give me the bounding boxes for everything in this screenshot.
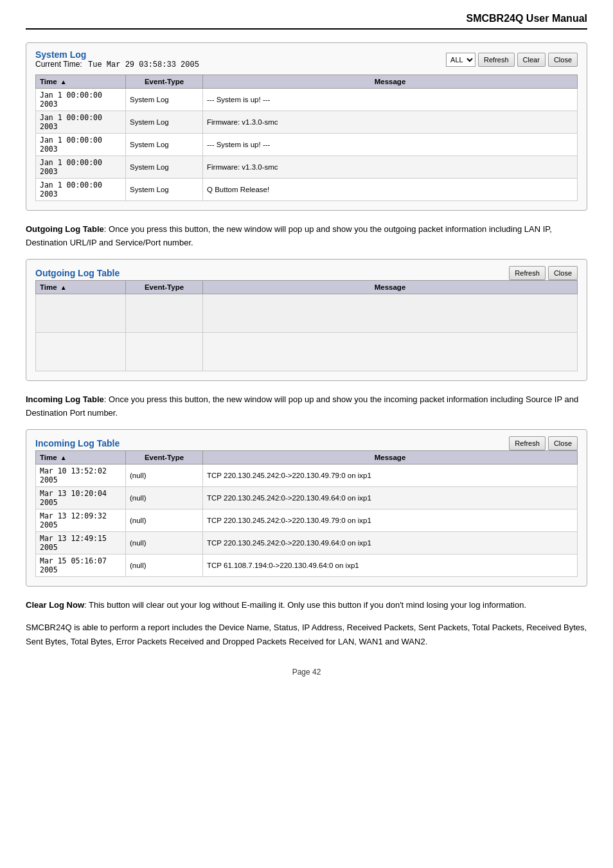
clear-log-bold: Clear Log Now	[26, 600, 84, 610]
outgoing-log-box: Outgoing Log Table Refresh Close Time ▲ …	[26, 259, 587, 381]
outgoing-col-time: Time ▲	[36, 280, 126, 294]
system-log-title: System Log	[35, 49, 86, 60]
outgoing-col-event: Event-Type	[126, 280, 203, 294]
table-row: Jan 1 00:00:00 2003System Log--- System …	[36, 134, 578, 156]
incoming-log-box: Incoming Log Table Refresh Close Time ▲ …	[26, 429, 587, 587]
system-log-table: Time ▲ Event-Type Message Jan 1 00:00:00…	[35, 75, 578, 201]
page-footer: Page 42	[26, 668, 587, 677]
system-log-clear-button[interactable]: Clear	[517, 53, 546, 67]
incoming-col-event: Event-Type	[126, 450, 203, 464]
outgoing-text: : Once you press this button, the new wi…	[26, 224, 552, 247]
current-time-label: Current Time:	[35, 60, 82, 69]
outgoing-log-controls: Refresh Close	[509, 266, 578, 280]
outgoing-empty-row	[36, 294, 578, 332]
table-row: Jan 1 00:00:00 2003System LogQ Buttom Re…	[36, 179, 578, 201]
outgoing-log-title: Outgoing Log Table	[35, 268, 120, 278]
system-log-title-area: System Log Current Time: Tue Mar 29 03:5…	[35, 49, 199, 69]
outgoing-log-refresh-button[interactable]: Refresh	[509, 266, 546, 280]
table-row: Mar 15 05:16:07 2005(null)TCP 61.108.7.1…	[36, 554, 578, 576]
clear-log-text: : This button will clear out your log wi…	[84, 600, 526, 610]
system-log-col-message: Message	[203, 75, 578, 89]
page-title: SMCBR24Q User Manual	[26, 13, 587, 30]
system-log-controls: ALL Refresh Clear Close	[446, 53, 578, 67]
table-row: Mar 10 13:52:02 2005(null)TCP 220.130.24…	[36, 464, 578, 486]
system-log-box: System Log Current Time: Tue Mar 29 03:5…	[26, 42, 587, 211]
table-row: Mar 13 10:20:04 2005(null)TCP 220.130.24…	[36, 486, 578, 509]
incoming-col-time: Time ▲	[36, 450, 126, 464]
incoming-bold: Incoming Log Table	[26, 394, 104, 404]
outgoing-log-close-button[interactable]: Close	[548, 266, 578, 280]
table-row: Jan 1 00:00:00 2003System Log--- System …	[36, 89, 578, 111]
incoming-text: : Once you press this button, the new wi…	[26, 394, 578, 418]
outgoing-log-table: Time ▲ Event-Type Message	[35, 280, 578, 371]
outgoing-col-message: Message	[203, 280, 578, 294]
current-time-value: Tue Mar 29 03:58:33 2005	[88, 60, 199, 69]
incoming-log-close-button[interactable]: Close	[548, 436, 578, 450]
system-log-header-row: System Log Current Time: Tue Mar 29 03:5…	[35, 49, 578, 69]
system-log-col-time: Time ▲	[36, 75, 126, 89]
incoming-col-message: Message	[203, 450, 578, 464]
system-log-refresh-button[interactable]: Refresh	[478, 53, 515, 67]
outgoing-paragraph: Outgoing Log Table: Once you press this …	[26, 222, 587, 250]
outgoing-log-header-row: Outgoing Log Table Refresh Close	[35, 266, 578, 280]
clear-log-paragraph: Clear Log Now: This button will clear ou…	[26, 598, 587, 612]
table-row: Jan 1 00:00:00 2003System LogFirmware: v…	[36, 111, 578, 134]
incoming-log-title: Incoming Log Table	[35, 438, 120, 448]
outgoing-bold: Outgoing Log Table	[26, 224, 104, 234]
system-log-close-button[interactable]: Close	[548, 53, 578, 67]
table-row: Mar 13 12:49:15 2005(null)TCP 220.130.24…	[36, 531, 578, 554]
table-row: Mar 13 12:09:32 2005(null)TCP 220.130.24…	[36, 509, 578, 531]
smcbr-paragraph: SMCBR24Q is able to perform a report inc…	[26, 621, 587, 648]
incoming-log-header-row: Incoming Log Table Refresh Close	[35, 436, 578, 450]
incoming-log-controls: Refresh Close	[509, 436, 578, 450]
system-log-filter[interactable]: ALL	[446, 53, 475, 67]
outgoing-empty-row-2	[36, 332, 578, 371]
incoming-log-refresh-button[interactable]: Refresh	[509, 436, 546, 450]
table-row: Jan 1 00:00:00 2003System LogFirmware: v…	[36, 156, 578, 179]
incoming-log-table: Time ▲ Event-Type Message Mar 10 13:52:0…	[35, 450, 578, 577]
system-log-col-event: Event-Type	[126, 75, 203, 89]
incoming-paragraph: Incoming Log Table: Once you press this …	[26, 393, 587, 420]
